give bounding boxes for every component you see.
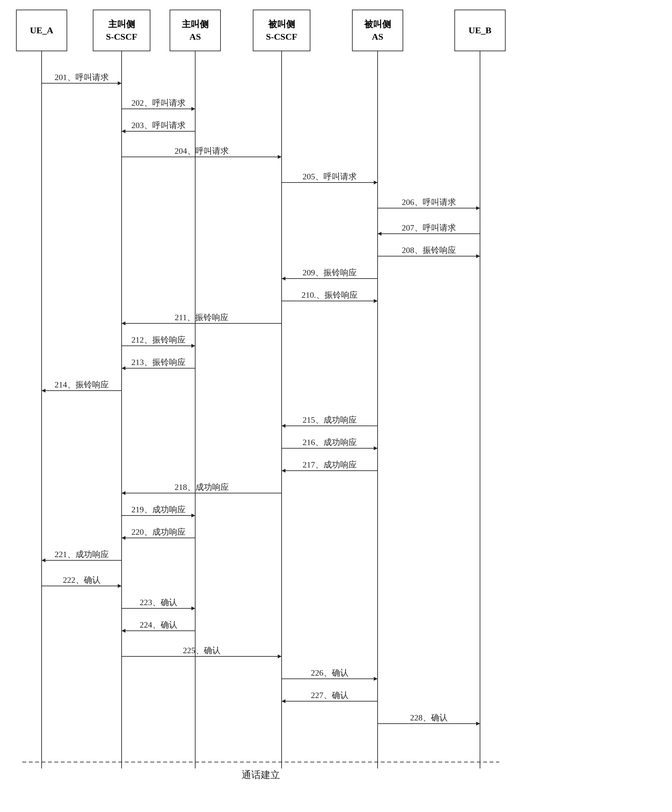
svg-marker-64 xyxy=(122,536,126,540)
entity-caller_as: 主叫侧AS xyxy=(170,10,221,51)
svg-text:201、呼叫请求: 201、呼叫请求 xyxy=(55,73,109,82)
entity-callee_as: 被叫侧AS xyxy=(352,10,403,51)
svg-marker-7 xyxy=(118,81,122,85)
svg-text:217、成功响应: 217、成功响应 xyxy=(303,460,357,469)
svg-marker-76 xyxy=(122,629,126,633)
svg-marker-88 xyxy=(476,722,480,725)
svg-marker-10 xyxy=(191,107,195,111)
entity-ue_a: UE_A xyxy=(16,10,67,51)
sequence-diagram: 201、呼叫请求202、呼叫请求203、呼叫请求204、呼叫请求205、呼叫请求… xyxy=(0,0,672,812)
svg-text:210.、振铃响应: 210.、振铃响应 xyxy=(301,290,358,300)
svg-marker-52 xyxy=(374,446,378,450)
svg-text:211、振铃响应: 211、振铃响应 xyxy=(175,313,228,322)
svg-marker-22 xyxy=(476,206,480,210)
svg-marker-70 xyxy=(118,584,122,588)
svg-marker-67 xyxy=(42,558,46,562)
svg-marker-40 xyxy=(191,344,195,348)
entity-ue_b: UE_B xyxy=(454,10,505,51)
svg-text:208、振铃响应: 208、振铃响应 xyxy=(402,246,456,255)
svg-marker-31 xyxy=(282,276,286,280)
svg-text:218、成功响应: 218、成功响应 xyxy=(175,483,229,492)
svg-text:214、振铃响应: 214、振铃响应 xyxy=(55,380,109,389)
svg-text:通话建立: 通话建立 xyxy=(242,769,280,780)
svg-marker-61 xyxy=(191,513,195,517)
svg-text:205、呼叫请求: 205、呼叫请求 xyxy=(303,172,357,181)
svg-text:222、确认: 222、确认 xyxy=(63,575,100,585)
svg-text:223、确认: 223、确认 xyxy=(140,598,177,607)
svg-marker-85 xyxy=(282,699,286,703)
svg-text:226、确认: 226、确认 xyxy=(311,668,349,677)
svg-text:215、成功响应: 215、成功响应 xyxy=(303,415,357,425)
entity-caller_scscf: 主叫侧S-CSCF xyxy=(93,10,150,51)
svg-text:220、成功响应: 220、成功响应 xyxy=(131,527,185,537)
arrows-svg: 201、呼叫请求202、呼叫请求203、呼叫请求204、呼叫请求205、呼叫请求… xyxy=(0,0,672,812)
svg-text:221、成功响应: 221、成功响应 xyxy=(55,550,109,559)
svg-marker-82 xyxy=(374,677,378,681)
svg-text:203、呼叫请求: 203、呼叫请求 xyxy=(131,121,185,130)
svg-marker-16 xyxy=(278,155,282,159)
svg-marker-19 xyxy=(374,181,378,184)
svg-text:219、成功响应: 219、成功响应 xyxy=(131,505,185,514)
svg-marker-55 xyxy=(282,469,286,473)
svg-text:228、确认: 228、确认 xyxy=(410,713,448,722)
svg-text:207、呼叫请求: 207、呼叫请求 xyxy=(402,223,456,232)
svg-marker-13 xyxy=(122,130,126,133)
svg-text:213、振铃响应: 213、振铃响应 xyxy=(131,358,185,367)
svg-marker-46 xyxy=(42,389,46,392)
svg-marker-79 xyxy=(278,655,282,658)
svg-marker-58 xyxy=(122,491,126,495)
entity-callee_scscf: 被叫侧S-CSCF xyxy=(253,10,310,51)
svg-marker-49 xyxy=(282,424,286,428)
svg-marker-73 xyxy=(191,606,195,610)
svg-text:216、成功响应: 216、成功响应 xyxy=(303,438,357,447)
svg-text:204、呼叫请求: 204、呼叫请求 xyxy=(175,146,229,155)
svg-marker-37 xyxy=(122,321,126,325)
svg-text:202、呼叫请求: 202、呼叫请求 xyxy=(131,98,185,107)
svg-text:206、呼叫请求: 206、呼叫请求 xyxy=(402,198,456,207)
svg-marker-28 xyxy=(476,254,480,258)
svg-text:227、确认: 227、确认 xyxy=(311,691,349,700)
svg-text:212、振铃响应: 212、振铃响应 xyxy=(131,335,185,345)
svg-marker-43 xyxy=(122,366,126,370)
svg-text:224、确认: 224、确认 xyxy=(140,620,177,629)
svg-marker-25 xyxy=(378,232,381,235)
svg-text:225、确认: 225、确认 xyxy=(183,646,221,655)
svg-text:209、振铃响应: 209、振铃响应 xyxy=(303,268,357,277)
svg-marker-34 xyxy=(374,299,378,303)
